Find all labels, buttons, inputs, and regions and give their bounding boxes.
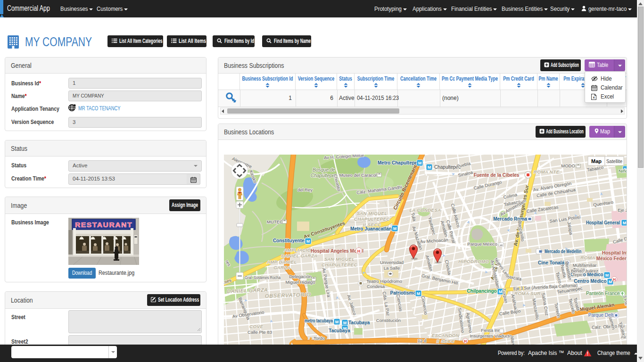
svg-text:Hospital Infa: Hospital Infa xyxy=(602,250,627,255)
svg-text:RESTAURANT: RESTAURANT xyxy=(75,221,132,229)
svg-text:Panteón Francés: Panteón Francés xyxy=(586,291,622,296)
svg-text:Tordo: Tordo xyxy=(314,336,325,341)
svg-text:DANIEL GARZA: DANIEL GARZA xyxy=(281,253,318,258)
svg-text:Cine Tonalá: Cine Tonalá xyxy=(538,260,564,265)
svg-text:Insurgentes Viaducto: Insurgentes Viaducto xyxy=(470,333,512,338)
svg-text:Tacubaya: Tacubaya xyxy=(348,320,370,325)
svg-text:AMPLIACIÓN: AMPLIACIÓN xyxy=(284,247,315,253)
svg-text:Mercado de Medellín: Mercado de Medellín xyxy=(545,249,581,254)
svg-text:metro tacubaya: metro tacubaya xyxy=(305,318,333,323)
svg-text:Parque México: Parque México xyxy=(467,241,497,247)
svg-text:Multifamiliar: Multifamiliar xyxy=(573,263,597,268)
svg-text:M: M xyxy=(605,273,609,278)
svg-text:COVE: COVE xyxy=(249,324,263,329)
svg-text:SAN MIGUEL: SAN MIGUEL xyxy=(324,256,355,262)
svg-text:M: M xyxy=(623,221,627,225)
svg-text:12 d: 12 d xyxy=(418,338,427,343)
svg-text:Parque Delta: Parque Delta xyxy=(588,313,616,318)
svg-text:M: M xyxy=(418,161,422,165)
svg-text:ESCANDÓN: ESCANDÓN xyxy=(432,333,460,338)
svg-text:M: M xyxy=(609,280,612,284)
svg-text:Hospital General: Hospital General xyxy=(586,220,620,225)
svg-text:H: H xyxy=(357,249,361,254)
svg-text:ROMA: ROMA xyxy=(581,255,595,260)
svg-text:Calle Pte 83: Calle Pte 83 xyxy=(248,329,272,335)
svg-text:M: M xyxy=(335,320,339,324)
svg-text:H: H xyxy=(613,277,616,282)
svg-text:CHAPULTEPEC: CHAPULTEPEC xyxy=(322,262,357,267)
svg-text:Niño: Niño xyxy=(619,168,627,173)
svg-text:M: M xyxy=(428,165,431,170)
svg-text:México Federico: México Federico xyxy=(596,256,627,261)
svg-text:MODO: MODO xyxy=(561,163,575,168)
svg-text:Av U: Av U xyxy=(621,334,627,339)
svg-text:MUTEC: MUTEC xyxy=(267,219,283,224)
svg-text:Miguel Hidalgo: Miguel Hidalgo xyxy=(286,280,315,285)
svg-text:CHAPULTEPEC: CHAPULTEPEC xyxy=(354,216,390,222)
svg-text:Satellite: Satellite xyxy=(606,158,622,164)
svg-text:Fiesta Inn: Fiesta Inn xyxy=(481,328,501,333)
svg-text:Benito Juárez: Benito Juárez xyxy=(571,268,598,273)
svg-text:ROMA SUR: ROMA SUR xyxy=(514,291,541,296)
svg-text:H: H xyxy=(464,339,467,344)
svg-text:M: M xyxy=(417,291,421,296)
svg-text:Museo del Caracol: Museo del Caracol xyxy=(339,173,376,178)
svg-text:del Rey: del Rey xyxy=(297,187,313,192)
svg-text:LA CONDESA: LA CONDESA xyxy=(410,207,441,213)
svg-text:ROMA NTE.: ROMA NTE. xyxy=(534,169,561,174)
svg-text:AMP DANIEL: AMP DANIEL xyxy=(266,259,297,264)
svg-text:Universidad: Universidad xyxy=(380,260,404,265)
svg-text:Teatro Hipódromo: Teatro Hipódromo xyxy=(366,279,402,284)
svg-text:SAN MIGUEL: SAN MIGUEL xyxy=(357,211,388,216)
svg-text:Centro Médico: Centro Médico xyxy=(574,279,606,284)
svg-text:Eje 2: Eje 2 xyxy=(618,207,627,213)
svg-text:x: x xyxy=(593,95,595,99)
svg-text:Metro Juanacatlán: Metro Juanacatlán xyxy=(350,226,392,231)
svg-text:Delegación: Delegación xyxy=(289,274,312,279)
svg-text:M: M xyxy=(393,226,397,231)
svg-text:Condesa: Condesa xyxy=(367,284,385,289)
svg-text:La Salle: La Salle xyxy=(384,265,400,271)
svg-text:!: ! xyxy=(587,351,588,356)
svg-text:Gral. Sostenes Rocha: Gral. Sostenes Rocha xyxy=(245,275,281,280)
svg-text:II SECC: II SECC xyxy=(437,338,455,344)
svg-text:GARZA: GARZA xyxy=(273,265,290,270)
svg-text:Map: Map xyxy=(591,158,602,164)
svg-text:Tacubaya: Tacubaya xyxy=(329,328,350,333)
svg-text:HIPÓDROMO: HIPÓDROMO xyxy=(458,259,489,264)
svg-text:Fuente de la Cibeles: Fuente de la Cibeles xyxy=(474,173,520,178)
svg-text:Bosque de: Bosque de xyxy=(313,167,335,173)
svg-text:Constitución: Constitución xyxy=(376,318,401,323)
svg-text:M: M xyxy=(343,321,347,325)
svg-text:M: M xyxy=(306,239,310,244)
svg-text:Chilpancingo: Chilpancingo xyxy=(467,288,496,294)
svg-text:Metro Chapultepec: Metro Chapultepec xyxy=(378,160,420,165)
svg-text:Constituyentes: Constituyentes xyxy=(273,238,307,243)
svg-text:Patriotismo: Patriotismo xyxy=(390,290,416,296)
